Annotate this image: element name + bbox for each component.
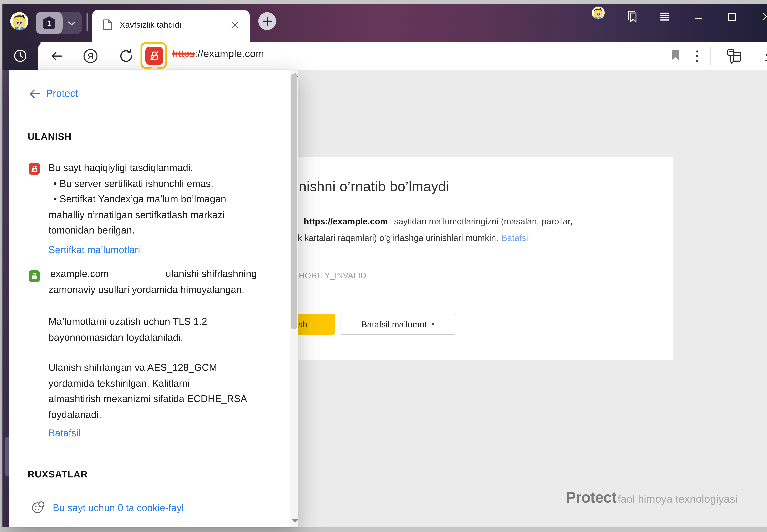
close-window-icon[interactable] bbox=[761, 12, 767, 21]
protect-logo: Protect bbox=[565, 488, 616, 506]
warning-line: tomonidan berilgan. bbox=[48, 222, 282, 238]
bookmark-flag-icon[interactable] bbox=[671, 49, 679, 61]
address-url[interactable]: https://example.com bbox=[172, 48, 264, 59]
error-title: nishni o’rnatib bo’lmaydi bbox=[299, 179, 449, 195]
tls-line: Ma’lumotlarni uzatish uchun TLS 1.2 bbox=[48, 314, 288, 329]
caret-down-icon: ▾ bbox=[432, 321, 434, 327]
scrollbar-thumb[interactable] bbox=[291, 74, 297, 329]
insecure-cert-icon bbox=[29, 163, 40, 175]
warning-line: • Bu server sertifikati ishonchli emas. bbox=[48, 176, 282, 191]
menu-icon[interactable] bbox=[660, 12, 670, 21]
panel-anchor-arrow bbox=[149, 65, 160, 70]
bookmarks-collections-icon[interactable] bbox=[625, 10, 639, 23]
site-domain: example.com bbox=[48, 266, 166, 282]
tls-line: bayonnomasidan foydalaniladi. bbox=[48, 329, 288, 345]
url-rest: ://example.com bbox=[195, 48, 264, 59]
url-scheme-struck: https bbox=[172, 48, 195, 59]
plus-icon bbox=[263, 17, 272, 26]
profile-avatar-small[interactable] bbox=[592, 6, 605, 20]
section-permissions-title: RUXSATLAR bbox=[28, 469, 88, 480]
section-connection-title: ULANISH bbox=[28, 131, 72, 142]
error-body-url: https://example.com bbox=[304, 216, 388, 226]
panel-back-label: Protect bbox=[46, 88, 78, 99]
svg-text:Я: Я bbox=[88, 51, 93, 61]
back-arrow-icon bbox=[29, 89, 40, 98]
tab-shield-icon: 1 bbox=[41, 15, 57, 31]
error-body-text1: saytidan ma’lumotlaringizni (masalan, pa… bbox=[394, 216, 572, 226]
scrollbar-down-arrow[interactable] bbox=[292, 519, 298, 523]
error-code: HORITY_INVALID bbox=[299, 271, 366, 280]
cipher-line: Ulanish shifrlangan va AES_128_GCM bbox=[48, 360, 288, 375]
details-dropdown-button[interactable]: Batafsil ma’lumot ▾ bbox=[341, 314, 455, 335]
toolbar-separator bbox=[710, 47, 711, 65]
error-body-line2: k kartalari raqamlari) o’g’irlashga urin… bbox=[298, 233, 530, 243]
error-body-line1: https://example.comsaytidan ma’lumotlari… bbox=[304, 216, 572, 226]
chevron-down-icon bbox=[68, 21, 75, 26]
tab-count: 1 bbox=[47, 19, 51, 28]
back-arrow-icon[interactable] bbox=[49, 48, 64, 64]
passwords-key-icon[interactable] bbox=[725, 48, 742, 65]
panel-back-button[interactable]: Protect bbox=[29, 88, 78, 99]
protect-panel: Protect ULANISH Bu sayt haqiqiyligi tasd… bbox=[9, 70, 298, 527]
warning-line: Bu sayt haqiqiyligi tasdiqlanmadi. bbox=[48, 160, 282, 176]
new-tab-button[interactable] bbox=[258, 12, 276, 30]
history-clock-icon[interactable] bbox=[13, 48, 28, 63]
insecure-lock-badge[interactable] bbox=[145, 46, 163, 65]
cipher-line: almashtirish mexanizmi sifatida ECDHE_RS… bbox=[48, 391, 288, 407]
minimize-icon[interactable] bbox=[694, 15, 703, 20]
yandex-browser-icon[interactable]: Я bbox=[83, 48, 98, 64]
error-card: nishni o’rnatib bo’lmaydi https://exampl… bbox=[288, 157, 673, 360]
download-icon[interactable] bbox=[761, 48, 767, 64]
error-body-text2: k kartalari raqamlari) o’g’irlashga urin… bbox=[298, 233, 498, 243]
warning-line: • Sertifkat Yandex’ga ma’lum bo’lmagan bbox=[48, 191, 282, 207]
browser-window: 1 Xavfsizlik tahdidi bbox=[0, 0, 767, 532]
encryption-details-link[interactable]: Batafsil bbox=[48, 425, 288, 441]
error-details-link[interactable]: Batafsil bbox=[501, 233, 530, 243]
tab-counter-button[interactable]: 1 bbox=[36, 12, 82, 34]
certificate-info-link[interactable]: Sertifkat ma’lumotlari bbox=[48, 242, 282, 257]
protect-tagline: faol himoya texnologiyasi bbox=[618, 493, 738, 505]
protect-watermark: Protectfaol himoya texnologiyasi bbox=[429, 488, 738, 506]
maximize-icon[interactable] bbox=[727, 12, 737, 22]
cipher-line: foydalanadi. bbox=[48, 407, 288, 422]
tab-close-icon[interactable] bbox=[231, 21, 239, 29]
crossed-lock-icon bbox=[148, 49, 160, 62]
tab-title: Xavfsizlik tahdidi bbox=[120, 10, 181, 40]
details-dropdown-label: Batafsil ma’lumot bbox=[361, 319, 427, 329]
secure-lock-icon bbox=[29, 270, 40, 282]
primary-button-partial[interactable]: sh bbox=[293, 314, 335, 335]
tab-active[interactable]: Xavfsizlik tahdidi bbox=[92, 10, 250, 42]
cookie-icon bbox=[31, 501, 44, 514]
kebab-menu-icon[interactable] bbox=[693, 48, 701, 64]
cipher-line: yordamida tekshirilgan. Kalitlarni bbox=[48, 375, 288, 391]
page-icon bbox=[102, 19, 112, 31]
cert-warning-block: Bu sayt haqiqiyligi tasdiqlanmadi. • Bu … bbox=[48, 160, 282, 257]
warning-line: mahalliy o’rnatilgan sertifkatlash marka… bbox=[48, 207, 282, 222]
titlebar-separator bbox=[86, 13, 88, 31]
profile-avatar[interactable] bbox=[10, 12, 29, 31]
encryption-line: zamonaviy usullari yordamida himoyalanga… bbox=[48, 282, 288, 297]
reload-icon[interactable] bbox=[118, 48, 134, 64]
encryption-line: ulanishi shifrlashning bbox=[166, 268, 257, 279]
cookies-link[interactable]: Bu sayt uchun 0 ta cookie-fayl bbox=[53, 500, 184, 516]
encryption-block: example.comulanishi shifrlashning zamona… bbox=[48, 266, 288, 441]
